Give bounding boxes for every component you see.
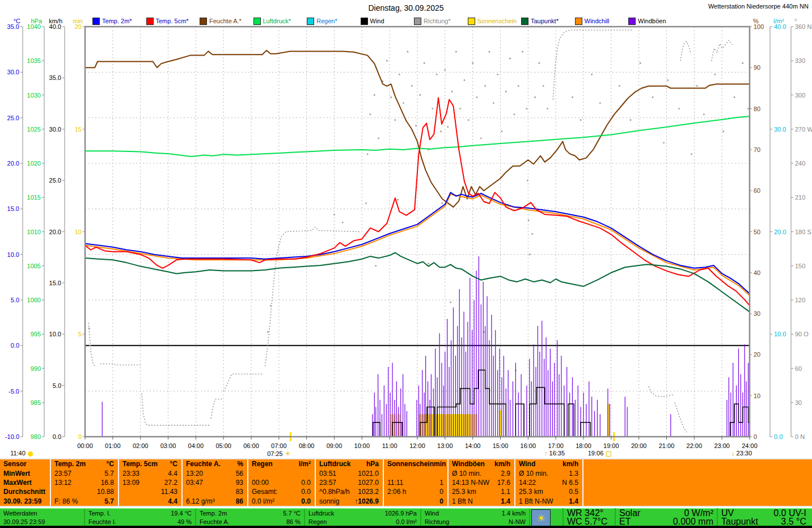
axis-tick-label: 180 S	[795, 229, 811, 235]
statusbar-right-group: WR 342°WC 5.7°CSolar0 W/m²ET0.000 mmUV0.…	[563, 508, 810, 526]
axis-tick-label: 300	[795, 92, 805, 99]
table-cell-value: 0.0	[301, 488, 311, 496]
statusbar-value: 49 %	[177, 518, 192, 526]
table-cell-label: Sensor	[3, 460, 27, 468]
axis-tick-label: 50	[754, 229, 760, 235]
statusbar-cell: Luftdruck1026.9 hPaRegen0.0 l/m²	[305, 509, 421, 526]
wind-direction-segment	[88, 323, 95, 366]
wind-direction-dot	[450, 302, 451, 303]
axis-tick-label: 20.0	[49, 229, 61, 235]
table-row: 13:0927.2	[119, 478, 181, 487]
table-cell-value: 16.8	[101, 479, 114, 487]
table-cell-label: Luftdruck	[319, 460, 350, 468]
table-filler	[583, 459, 812, 506]
wind-direction-dot	[734, 96, 735, 98]
statusbar-line: 30.09.25 23:59	[3, 518, 81, 526]
statusbar-line: RichtungN-NW	[425, 518, 526, 526]
axis-tick-label: 330	[795, 57, 805, 64]
table-cell-label: 03:47	[186, 479, 203, 487]
axis-tick-label: 0 N	[795, 433, 805, 440]
table-row: Feuchte A.%	[183, 459, 247, 468]
wind-direction-dot	[534, 96, 536, 98]
table-cell-label: sonnig	[319, 497, 339, 505]
axis-tick-label: 0	[754, 433, 757, 440]
table-row	[248, 468, 315, 478]
table-cell-label: 25.3 km	[452, 488, 476, 496]
table-row: Regenl/m²	[248, 459, 315, 468]
table-cell-value: 1.4	[501, 497, 510, 505]
axis-tick-label: 270 W	[795, 126, 812, 133]
axis-tick-label: 1030	[27, 92, 41, 99]
wind-direction-dot	[572, 96, 573, 98]
axis-tick-label: -5.0	[9, 388, 19, 395]
axis-tick-label: 10.0	[49, 331, 61, 337]
table-row: Sonnenscheinmin	[384, 459, 447, 468]
statusbar-line: Solar0 W/m²	[619, 509, 713, 517]
table-cell-value: km/h	[563, 460, 578, 468]
table-row: 13:2056	[183, 468, 247, 478]
axis-tick-label: 0	[78, 433, 82, 440]
x-axis-label: 06:00	[243, 442, 259, 449]
wind-direction-dot	[367, 154, 369, 155]
axis-tick-label: 1010	[27, 229, 41, 235]
axis-tick-label: 1025	[27, 126, 41, 133]
axis-unit-label: °C	[14, 18, 20, 24]
table-row: 13:1216.8	[51, 478, 118, 487]
statusbar-line: Taupunkt3.5 °C	[721, 518, 806, 525]
axis-tick-label: 0.0	[11, 342, 19, 349]
x-axis-label: 00:00	[77, 442, 93, 449]
wind-direction-dot	[501, 130, 503, 132]
statusbar-value: 5.7 °C	[283, 510, 301, 517]
wind-direction-dot	[529, 254, 531, 255]
bottom-divider	[0, 526, 812, 528]
axis-tick-label: 30	[795, 399, 802, 406]
wind-direction-dot	[374, 94, 375, 96]
table-cell-value: 17.6	[497, 479, 510, 487]
table-cell-label: 1 Bft N	[452, 497, 473, 505]
wind-direction-dot	[270, 305, 272, 307]
wind-direction-dot	[619, 85, 620, 87]
wind-direction-dot	[333, 214, 335, 216]
wind-direction-dot	[342, 222, 344, 223]
axis-tick-label: 70	[754, 146, 760, 153]
statusbar-value: 1026.9 hPa	[385, 510, 417, 517]
table-cell-value: 1.3	[569, 470, 578, 478]
table-column-regen: Regenl/m²00:000.0Gesamt:0.00.0 l/m²0.0	[248, 459, 316, 506]
table-row: F: 86 %5.7	[51, 497, 118, 506]
table-row: Temp. 5cm°C	[119, 459, 181, 468]
table-cell-label: Temp. 5cm	[122, 460, 158, 468]
table-row: Temp. 2m°C	[51, 459, 118, 468]
table-cell-value: %	[237, 460, 243, 468]
axis-tick-label: 10.0	[7, 251, 19, 258]
table-cell-value: hPa	[366, 460, 379, 468]
axis-tick-label: 980	[31, 433, 41, 440]
wind-direction-segment	[680, 41, 691, 61]
wind-direction-dot	[464, 79, 466, 81]
wind-direction-dot	[395, 119, 396, 121]
table-cell-value: 0.0	[301, 497, 311, 505]
wind-direction-dot	[522, 51, 523, 53]
table-cell-value: 10.88	[97, 488, 114, 496]
wind-direction-dot	[526, 108, 527, 109]
table-row: 00:000.0	[248, 478, 315, 487]
statusbar-cell: Wetterdaten30.09.25 23:59	[0, 509, 85, 526]
wind-direction-dot	[652, 96, 654, 98]
wind-direction-dot	[444, 69, 446, 71]
wind-direction-dot	[505, 91, 507, 92]
table-row: Gesamt:0.0	[248, 487, 315, 496]
x-axis-label: 18:00	[576, 442, 591, 449]
statusbar-value: 86 %	[286, 518, 301, 526]
table-row: 83	[183, 487, 247, 496]
wind-direction-dot	[722, 130, 724, 132]
table-row: 14:22N 6.5	[515, 478, 582, 487]
x-axis-label: 03:00	[160, 442, 176, 449]
wind-direction-dot	[442, 202, 443, 204]
table-cell-label: MinWert	[3, 470, 30, 478]
table-row: 25.3 km0.5	[515, 487, 582, 496]
table-column-windb-en: Windböenkm/hØ 10 min.2.914:13 N-NW17.625…	[449, 459, 515, 506]
wind-direction-dot	[411, 85, 413, 87]
axis-tick-label: 240	[795, 160, 805, 167]
wind-direction-dot	[514, 113, 515, 115]
x-axis-label: 09:00	[327, 442, 342, 449]
table-column-sonnenschein: Sonnenscheinmin11:1112:06 h00	[384, 459, 449, 506]
